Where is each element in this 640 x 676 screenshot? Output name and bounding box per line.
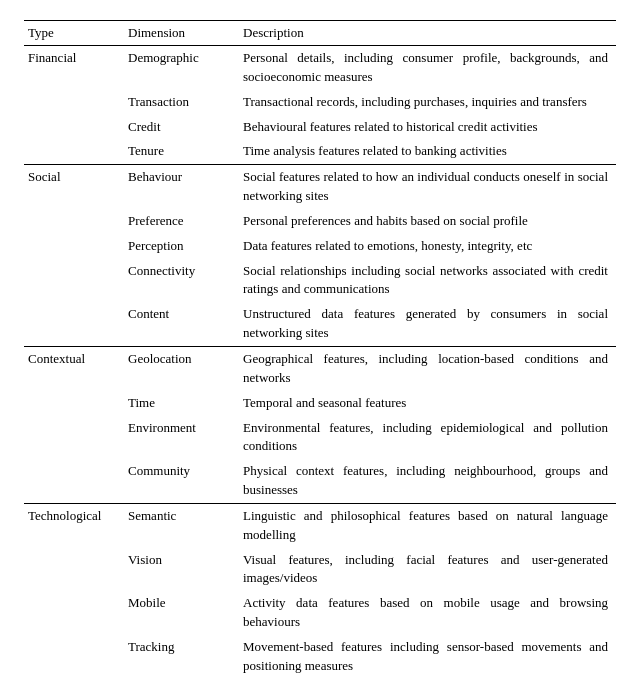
cell-description: Temporal and seasonal features (239, 391, 616, 416)
table-row: PreferencePersonal preferences and habit… (24, 209, 616, 234)
cell-type (24, 459, 124, 503)
cell-type (24, 90, 124, 115)
cell-type (24, 635, 124, 676)
cell-description: Activity data features based on mobile u… (239, 591, 616, 635)
cell-description: Linguistic and philosophical features ba… (239, 503, 616, 547)
table-row: CreditBehavioural features related to hi… (24, 115, 616, 140)
table-row: VisionVisual features, including facial … (24, 548, 616, 592)
table-row: MobileActivity data features based on mo… (24, 591, 616, 635)
table-row: SocialBehaviourSocial features related t… (24, 165, 616, 209)
cell-type: Social (24, 165, 124, 209)
cell-description: Behavioural features related to historic… (239, 115, 616, 140)
cell-dimension: Connectivity (124, 259, 239, 303)
cell-dimension: Environment (124, 416, 239, 460)
cell-type (24, 234, 124, 259)
cell-description: Time analysis features related to bankin… (239, 139, 616, 164)
cell-dimension: Credit (124, 115, 239, 140)
cell-dimension: Time (124, 391, 239, 416)
table-row: ContextualGeolocationGeographical featur… (24, 346, 616, 390)
cell-description: Personal preferences and habits based on… (239, 209, 616, 234)
cell-dimension: Semantic (124, 503, 239, 547)
cell-type (24, 591, 124, 635)
cell-description: Geographical features, including locatio… (239, 346, 616, 390)
table-row: PerceptionData features related to emoti… (24, 234, 616, 259)
cell-dimension: Perception (124, 234, 239, 259)
cell-description: Unstructured data features generated by … (239, 302, 616, 346)
cell-dimension: Mobile (124, 591, 239, 635)
cell-description: Social relationships including social ne… (239, 259, 616, 303)
cell-type (24, 416, 124, 460)
cell-description: Data features related to emotions, hones… (239, 234, 616, 259)
cell-description: Personal details, including consumer pro… (239, 46, 616, 90)
header-dimension: Dimension (124, 21, 239, 46)
cell-dimension: Vision (124, 548, 239, 592)
cell-dimension: Content (124, 302, 239, 346)
cell-dimension: Demographic (124, 46, 239, 90)
table-row: TimeTemporal and seasonal features (24, 391, 616, 416)
cell-dimension: Geolocation (124, 346, 239, 390)
cell-dimension: Community (124, 459, 239, 503)
cell-type (24, 115, 124, 140)
table-row: TechnologicalSemanticLinguistic and phil… (24, 503, 616, 547)
cell-dimension: Tracking (124, 635, 239, 676)
cell-dimension: Tenure (124, 139, 239, 164)
table-row: TenureTime analysis features related to … (24, 139, 616, 164)
table-row: TrackingMovement-based features includin… (24, 635, 616, 676)
cell-type (24, 259, 124, 303)
cell-type (24, 548, 124, 592)
cell-dimension: Behaviour (124, 165, 239, 209)
cell-type: Contextual (24, 346, 124, 390)
cell-description: Movement-based features including sensor… (239, 635, 616, 676)
table-row: ConnectivitySocial relationships includi… (24, 259, 616, 303)
cell-description: Environmental features, including epidem… (239, 416, 616, 460)
cell-type (24, 302, 124, 346)
table-row: EnvironmentEnvironmental features, inclu… (24, 416, 616, 460)
cell-type: Technological (24, 503, 124, 547)
cell-description: Visual features, including facial featur… (239, 548, 616, 592)
header-description: Description (239, 21, 616, 46)
table-row: TransactionTransactional records, includ… (24, 90, 616, 115)
cell-type (24, 209, 124, 234)
cell-type (24, 391, 124, 416)
table-row: ContentUnstructured data features genera… (24, 302, 616, 346)
cell-description: Social features related to how an indivi… (239, 165, 616, 209)
cell-type: Financial (24, 46, 124, 90)
cell-description: Transactional records, including purchas… (239, 90, 616, 115)
cell-dimension: Transaction (124, 90, 239, 115)
header-type: Type (24, 21, 124, 46)
cell-dimension: Preference (124, 209, 239, 234)
cell-type (24, 139, 124, 164)
table-header-row: Type Dimension Description (24, 21, 616, 46)
table-row: CommunityPhysical context features, incl… (24, 459, 616, 503)
cell-description: Physical context features, including nei… (239, 459, 616, 503)
table-row: FinancialDemographicPersonal details, in… (24, 46, 616, 90)
